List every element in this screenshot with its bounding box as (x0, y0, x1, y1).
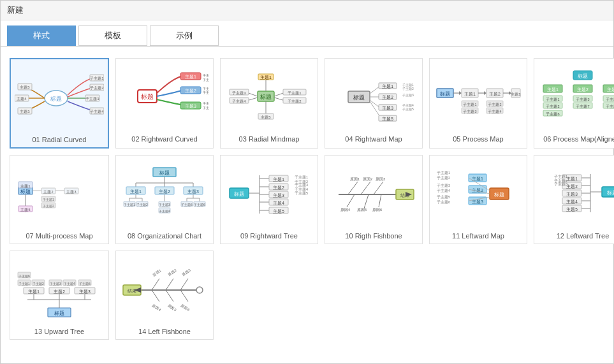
svg-text:子主题2: 子主题2 (33, 282, 44, 286)
svg-line-199 (364, 194, 369, 208)
card-preview-02: 标题 主题1 子主题1 子主题2 主题2 子主题3 子主题4 (120, 62, 209, 133)
card-preview-11: 标题 主题1 主题2 主题3 子主题1 子主题 (434, 159, 523, 229)
svg-text:原因2: 原因2 (363, 177, 372, 181)
svg-text:子主题1: 子主题1 (554, 174, 567, 178)
card-14[interactable]: 结果 原因1 原因2 原因3 原因4 原因5 (115, 251, 214, 340)
svg-text:子主题3: 子主题3 (463, 109, 476, 113)
card-13[interactable]: 标题 主题1 子主题1 子主题2 (10, 251, 109, 340)
svg-text:主题4: 主题4 (17, 96, 27, 101)
svg-text:子主题4: 子主题4 (488, 109, 501, 113)
tab-template[interactable]: 模板 (78, 25, 147, 46)
svg-text:子主题2: 子主题2 (90, 85, 104, 90)
card-label-13: 13 Upward Tree (34, 328, 84, 335)
svg-text:子主题3: 子主题3 (576, 97, 589, 101)
card-06[interactable]: 标题 主题1 主题2 主题3 子主题1 子主题2 (534, 58, 614, 149)
svg-text:主题1: 主题1 (28, 289, 40, 294)
card-preview-07: 标题 主题1 主题2 主题3 (14, 159, 105, 229)
card-08[interactable]: 标题 主题1 主题2 主题3 (115, 155, 214, 244)
svg-text:标题: 标题 (439, 91, 450, 97)
svg-text:主题1: 主题1 (547, 87, 559, 92)
svg-text:子主题2: 子主题2 (488, 102, 501, 106)
svg-text:子主题4: 子主题4 (437, 188, 450, 193)
svg-text:原因2: 原因2 (167, 268, 177, 277)
svg-text:子主题5: 子主题5 (437, 194, 450, 199)
svg-text:标题: 标题 (50, 96, 62, 102)
svg-text:子主题6: 子主题6 (546, 112, 559, 116)
card-02[interactable]: 标题 主题1 子主题1 子主题2 主题2 子主题3 子主题4 (115, 58, 214, 149)
card-label-05: 05 Process Map (453, 135, 503, 143)
title-bar: 新建 (1, 1, 613, 20)
svg-text:主题2: 主题2 (577, 87, 588, 92)
svg-text:子主题3: 子主题3 (232, 91, 246, 95)
svg-text:主题3: 主题3 (187, 189, 199, 194)
svg-text:主题3: 主题3 (79, 289, 91, 294)
svg-text:子主题1: 子主题1 (288, 91, 302, 95)
svg-text:主题2: 主题2 (43, 189, 53, 194)
svg-text:子主题3: 子主题3 (554, 182, 567, 186)
svg-text:主题5: 主题5 (273, 209, 284, 214)
card-label-12: 12 Leftward Tree (557, 232, 610, 240)
svg-text:子主题3: 子主题3 (295, 182, 308, 187)
svg-text:子主题2: 子主题2 (203, 78, 209, 82)
svg-text:主题1: 主题1 (464, 92, 476, 96)
svg-marker-72 (459, 91, 462, 95)
svg-text:子主题6: 子主题6 (18, 274, 30, 278)
tab-bar: 样式 模板 示例 (1, 20, 613, 47)
card-preview-01: 标题 子主题1 子主题2 子主题3 (15, 63, 104, 133)
svg-text:子主题4: 子主题4 (90, 109, 104, 113)
svg-text:子主题1: 子主题1 (463, 102, 476, 106)
tab-example[interactable]: 示例 (150, 25, 219, 46)
svg-text:子主题1: 子主题1 (18, 282, 30, 286)
card-label-10: 10 Rigth Fishbone (345, 232, 402, 240)
svg-text:主题2: 主题2 (54, 289, 65, 294)
svg-text:标题: 标题 (493, 192, 504, 198)
svg-text:主题5: 主题5 (566, 207, 578, 212)
svg-text:子主题4: 子主题4 (203, 91, 209, 94)
svg-text:子主题1: 子主题1 (43, 198, 54, 201)
svg-text:主题3: 主题3 (607, 87, 614, 92)
svg-text:主题2: 主题2 (159, 189, 170, 194)
svg-text:子主题3: 子主题3 (50, 282, 61, 286)
svg-text:主题1: 主题1 (382, 84, 393, 89)
card-10[interactable]: 结果 原因1 原因2 原因3 原因4 原因5 原 (325, 155, 423, 244)
card-07[interactable]: 标题 主题1 主题2 主题3 (10, 155, 109, 244)
svg-text:子主题6: 子主题6 (437, 200, 450, 204)
svg-text:主题1: 主题1 (20, 184, 31, 188)
svg-text:主题1: 主题1 (260, 75, 272, 80)
card-preview-03: 标题 主题1 子主题1 子主题2 (224, 62, 314, 133)
svg-text:主题2: 主题2 (382, 95, 393, 99)
card-label-09: 09 Rightward Tree (240, 232, 298, 240)
card-label-11: 11 Leftward Map (452, 232, 504, 240)
svg-text:主题1: 主题1 (472, 177, 483, 181)
card-preview-12: 标题 主题1 子主题1 子主题2 主题2 子主题3 (538, 159, 614, 229)
svg-text:子主题2: 子主题2 (546, 104, 559, 108)
content-area: 标题 子主题1 子主题2 子主题3 (1, 47, 613, 351)
svg-text:主题3: 主题3 (382, 106, 393, 110)
svg-text:子主题2: 子主题2 (136, 203, 148, 207)
card-12[interactable]: 标题 主题1 子主题1 子主题2 主题2 子主题3 (534, 155, 614, 244)
svg-text:主题2: 主题2 (273, 186, 284, 190)
card-preview-08: 标题 主题1 主题2 主题3 (120, 159, 209, 229)
card-04[interactable]: 标题 主题1 子主题1 子主题2 主题2 子主题3 主题3 (325, 58, 423, 149)
svg-text:子主题1: 子主题1 (90, 76, 104, 80)
svg-text:子主题3: 子主题3 (159, 203, 170, 207)
svg-text:子主题3: 子主题3 (402, 93, 414, 97)
card-grid: 标题 子主题1 子主题2 子主题3 (7, 55, 607, 342)
card-03[interactable]: 标题 主题1 子主题1 子主题2 (220, 58, 318, 149)
svg-text:标题: 标题 (259, 94, 272, 100)
svg-text:子主题5: 子主题5 (402, 107, 414, 111)
svg-text:标题: 标题 (159, 170, 170, 176)
card-preview-14: 结果 原因1 原因2 原因3 原因4 原因5 (120, 255, 209, 325)
card-09[interactable]: 标题 主题1 子主题1 子主题2 主题2 子主题3 (220, 155, 318, 244)
svg-text:主题5: 主题5 (382, 117, 393, 121)
svg-text:子主题1: 子主题1 (203, 73, 209, 77)
svg-text:子主题3: 子主题3 (85, 96, 99, 101)
card-01[interactable]: 标题 子主题1 子主题2 子主题3 (10, 58, 109, 149)
svg-point-271 (196, 287, 203, 293)
card-05[interactable]: 标题 主题1 主题2 主题3 (429, 58, 527, 149)
svg-text:子主题5: 子主题5 (181, 203, 193, 207)
card-11[interactable]: 标题 主题1 主题2 主题3 子主题1 子主题 (429, 155, 527, 244)
svg-text:子主题4: 子主题4 (64, 282, 75, 286)
card-label-01: 01 Radial Curved (33, 136, 87, 143)
tab-style[interactable]: 样式 (7, 25, 76, 46)
